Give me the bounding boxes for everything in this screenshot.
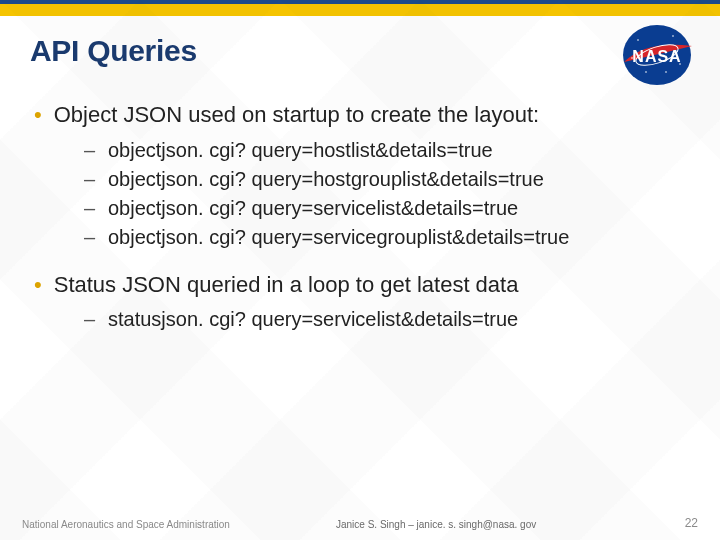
footer-org: National Aeronautics and Space Administr… bbox=[22, 519, 230, 530]
svg-point-6 bbox=[645, 71, 647, 73]
sub-item-text: objectjson. cgi? query=hostgrouplist&det… bbox=[108, 165, 544, 194]
dash-icon: – bbox=[84, 223, 98, 252]
sub-item: – statusjson. cgi? query=servicelist&det… bbox=[84, 305, 686, 334]
page-title: API Queries bbox=[30, 34, 690, 68]
svg-point-8 bbox=[631, 57, 633, 59]
sub-item-text: statusjson. cgi? query=servicelist&detai… bbox=[108, 305, 518, 334]
bullet-dot-icon: • bbox=[34, 270, 42, 300]
sub-item-text: objectjson. cgi? query=hostlist&details=… bbox=[108, 136, 493, 165]
svg-point-7 bbox=[665, 71, 667, 73]
bullet-item: • Status JSON queried in a loop to get l… bbox=[34, 270, 686, 300]
bullet-text: Object JSON used on startup to create th… bbox=[54, 100, 539, 130]
gold-bar bbox=[0, 4, 720, 16]
sub-list: – statusjson. cgi? query=servicelist&det… bbox=[84, 305, 686, 334]
sub-item-text: objectjson. cgi? query=servicelist&detai… bbox=[108, 194, 518, 223]
header: API Queries NASA bbox=[0, 16, 720, 78]
sub-item: – objectjson. cgi? query=hostlist&detail… bbox=[84, 136, 686, 165]
svg-point-3 bbox=[637, 39, 639, 41]
footer-author: Janice S. Singh – janice. s. singh@nasa.… bbox=[336, 519, 536, 530]
bullet-dot-icon: • bbox=[34, 100, 42, 130]
sub-item-text: objectjson. cgi? query=servicegrouplist&… bbox=[108, 223, 569, 252]
sub-item: – objectjson. cgi? query=servicegrouplis… bbox=[84, 223, 686, 252]
page-number: 22 bbox=[685, 516, 698, 530]
bullet-text: Status JSON queried in a loop to get lat… bbox=[54, 270, 519, 300]
svg-point-5 bbox=[679, 63, 681, 65]
sub-item: – objectjson. cgi? query=servicelist&det… bbox=[84, 194, 686, 223]
dash-icon: – bbox=[84, 165, 98, 194]
svg-point-4 bbox=[672, 35, 674, 37]
dash-icon: – bbox=[84, 305, 98, 334]
bullet-item: • Object JSON used on startup to create … bbox=[34, 100, 686, 130]
slide: API Queries NASA • Object JSON used on s… bbox=[0, 0, 720, 540]
sub-list: – objectjson. cgi? query=hostlist&detail… bbox=[84, 136, 686, 252]
footer: National Aeronautics and Space Administr… bbox=[0, 504, 720, 540]
content-area: • Object JSON used on startup to create … bbox=[0, 78, 720, 334]
dash-icon: – bbox=[84, 136, 98, 165]
sub-item: – objectjson. cgi? query=hostgrouplist&d… bbox=[84, 165, 686, 194]
dash-icon: – bbox=[84, 194, 98, 223]
svg-text:NASA: NASA bbox=[632, 48, 681, 65]
